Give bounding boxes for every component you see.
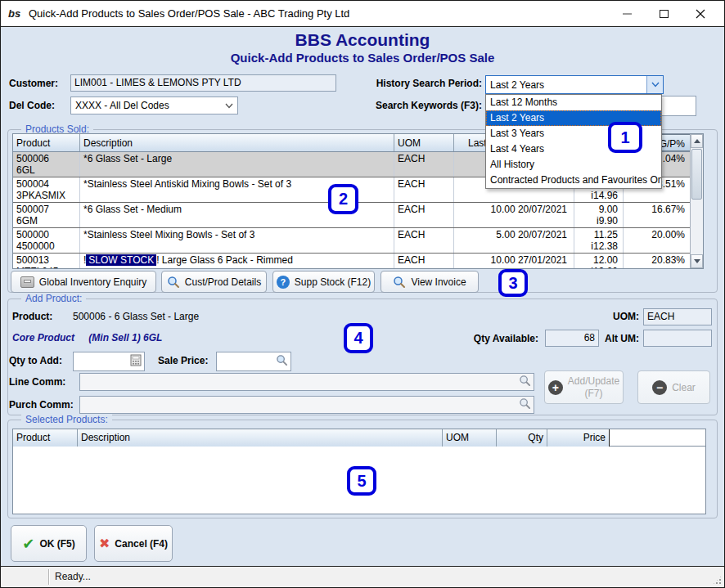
app-heading: BBS Accounting: [1, 30, 724, 50]
app-icon: bs: [8, 6, 24, 21]
product-code-2: 6GL: [16, 164, 76, 176]
check-icon: ✔: [22, 536, 34, 551]
minus-circle-icon: −: [652, 380, 667, 395]
cust-prod-details-button[interactable]: Cust/Prod Details: [161, 271, 267, 293]
maximize-icon: [660, 10, 669, 18]
price-inc: i12.38: [578, 240, 618, 252]
product-uom: EACH: [394, 177, 454, 202]
gp-percent: 16.67%: [624, 203, 690, 227]
screen-heading: Quick-Add Products to Sales Order/POS Sa…: [1, 51, 724, 65]
product-description: ! Large Glass 6 Pack - Rimmed: [156, 254, 293, 266]
search-keywords-label: Search Keywords (F3):: [328, 100, 482, 111]
button-label: Cancel (F4): [115, 538, 168, 550]
minimize-icon: [623, 13, 632, 15]
annotation-marker-2: 2: [328, 184, 358, 214]
dropdown-option[interactable]: All History: [486, 157, 661, 173]
dialog-window: bs Quick-Add Products to Sales Order/POS…: [0, 0, 725, 588]
sale-price-input[interactable]: [216, 352, 291, 371]
scrollbar-thumb[interactable]: [691, 149, 702, 200]
ok-button[interactable]: ✔ OK (F5): [11, 525, 87, 562]
purch-comm-input[interactable]: [79, 396, 534, 414]
annotation-marker-4: 4: [344, 323, 373, 353]
magnifier-icon: [393, 276, 406, 289]
minimize-button[interactable]: [613, 1, 641, 27]
table-row[interactable]: 5000004500000 *Stainless Steel Mixing Bo…: [13, 228, 690, 254]
product-uom: EACH: [394, 152, 454, 177]
dropdown-option[interactable]: Contracted Products and Favourites Only: [486, 173, 661, 188]
history-search-period-combo[interactable]: Last 2 Years: [485, 75, 664, 94]
annotation-marker-1: 1: [608, 122, 642, 153]
purch-comm-label: Purch Comm:: [9, 399, 74, 411]
annotation-marker-5: 5: [347, 466, 376, 496]
combo-arrow-button[interactable]: [221, 97, 237, 114]
history-search-period-label: History Search Period:: [328, 78, 482, 89]
arrow-down-icon: [694, 259, 700, 263]
resize-grip[interactable]: [712, 575, 723, 586]
magnifier-icon[interactable]: [519, 397, 531, 412]
col-price[interactable]: Price: [547, 429, 610, 447]
sale-price-label: Sale Price:: [158, 355, 208, 366]
magnifier-icon[interactable]: [276, 354, 288, 369]
button-label: Clear: [672, 382, 696, 393]
product-code: 500013: [16, 254, 76, 266]
chevron-down-icon: [225, 103, 233, 109]
view-invoice-button[interactable]: View Invoice: [381, 271, 479, 293]
scroll-down-button[interactable]: [691, 254, 703, 268]
price: 11.25: [578, 229, 618, 240]
dropdown-option[interactable]: Last 12 Months: [486, 95, 661, 110]
table-row[interactable]: 500013MTFL045 !SLOW STOCK! Large Glass 6…: [13, 254, 690, 269]
gp-percent: 20.00%: [624, 228, 690, 253]
maximize-button[interactable]: [650, 1, 678, 27]
inventory-cabinet-icon: [20, 276, 34, 288]
history-search-period-value: Last 2 Years: [486, 79, 646, 91]
scroll-up-button[interactable]: [691, 134, 703, 148]
clear-button[interactable]: − Clear: [637, 370, 710, 404]
price: 9.00: [578, 204, 618, 215]
product-code-2: 6GM: [16, 215, 76, 227]
alt-um-field[interactable]: [643, 330, 712, 347]
magnifier-icon[interactable]: [519, 375, 531, 389]
calculator-icon[interactable]: [130, 354, 142, 369]
add-product-section-label: Add Product:: [21, 293, 86, 304]
qty-to-add-input[interactable]: [73, 352, 145, 371]
line-comm-input[interactable]: [79, 373, 534, 391]
col-qty[interactable]: Qty: [497, 429, 547, 447]
del-code-label: Del Code:: [9, 100, 55, 111]
price-inc: i14.96: [578, 190, 618, 201]
product-code-2: 3PKASMIX: [16, 190, 76, 201]
button-label: Add/Update: [568, 375, 619, 387]
status-bar: Ready...: [1, 566, 724, 587]
slow-stock-badge: SLOW STOCK: [86, 254, 156, 266]
button-label: View Invoice: [411, 276, 466, 288]
vertical-scrollbar[interactable]: [690, 134, 703, 268]
qty-available-label: Qty Available:: [426, 333, 538, 344]
col-product[interactable]: Product: [13, 134, 80, 151]
last-sold: 10.00 20/07/2021: [454, 203, 574, 227]
col-description[interactable]: Description: [78, 429, 443, 447]
button-label: Cust/Prod Details: [185, 276, 261, 288]
global-inventory-enquiry-button[interactable]: Global Inventory Enquiry: [11, 271, 156, 293]
core-product-text: Core Product: [12, 332, 74, 343]
cancel-button[interactable]: ✖ Cancel (F4): [94, 525, 173, 562]
col-product[interactable]: Product: [13, 429, 78, 447]
close-button[interactable]: [687, 1, 714, 27]
min-sell-text: (Min Sell 1) 6GL: [88, 332, 162, 343]
supp-stock-button[interactable]: ? Supp Stock (F12): [272, 271, 375, 293]
product-uom: EACH: [394, 203, 454, 227]
combo-arrow-button[interactable]: [646, 76, 663, 93]
col-description[interactable]: Description: [80, 134, 394, 151]
customer-field[interactable]: LIM001 - LIMES & LEMONS PTY LTD: [70, 74, 336, 92]
core-product-note: Core Product (Min Sell 1) 6GL: [12, 332, 162, 343]
add-update-button[interactable]: + Add/Update(F7): [544, 370, 624, 404]
product-value: 500006 - 6 Glass Set - Large: [73, 311, 199, 322]
col-uom[interactable]: UOM: [394, 134, 454, 151]
close-icon: [696, 9, 705, 19]
col-uom[interactable]: UOM: [443, 429, 497, 447]
del-code-combo[interactable]: XXXX - All Del Codes: [70, 97, 238, 114]
button-label: Global Inventory Enquiry: [39, 276, 146, 288]
product-description: *6 Glass Set - Large: [80, 152, 394, 177]
question-icon: ?: [277, 276, 290, 289]
product-description: *Stainless Steel Mixing Bowls - Set of 3: [80, 228, 394, 253]
del-code-value: XXXX - All Del Codes: [71, 100, 221, 111]
button-label: OK (F5): [39, 538, 74, 550]
